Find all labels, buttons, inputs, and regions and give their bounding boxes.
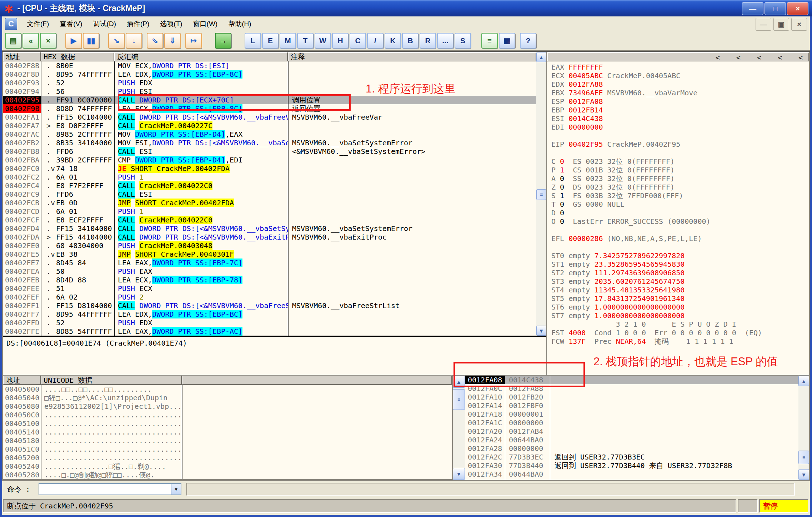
register-line[interactable]: EDI 00000000 [551,123,762,131]
disasm-row[interactable]: 00402FA1.FF15 0C104000CALL DWORD PTR DS:… [3,113,536,121]
stack-row[interactable]: 0012FA1C00000000 [465,418,798,427]
register-line[interactable]: S 1 FS 003B 32位 7FFDF000(FFF) [551,191,762,200]
cpu-window-button[interactable]: C [350,33,366,49]
disasm-row[interactable]: 00402FCF.E8 ECF2FFFFCALL CrackMeP.004022… [3,216,536,224]
step-over-button[interactable]: ↓ [126,33,142,49]
register-line[interactable]: FCW 137F Prec NEAR,64 掩码 1 1 1 1 1 1 [551,337,762,346]
dump-row[interactable]: 00405000....□□..□□....□□......... [3,385,452,393]
stack-row[interactable]: 0012FA0C0012FA88 [465,384,798,393]
scroll-down-arrow-icon[interactable]: ▼ [453,468,465,480]
open-file-button[interactable]: ▤ [5,33,21,49]
disasm-row[interactable]: 00402F8D.8D95 74FFFFFFLEA EDX,DWORD PTR … [3,70,536,79]
disasm-row[interactable]: 00402FC4.E8 F7F2FFFFCALL CrackMeP.004022… [3,181,536,190]
mdi-minimize-button[interactable]: — [756,18,771,31]
disasm-row[interactable]: 00402FFE.8D85 54FFFFFFLEA EAX,DWORD PTR … [3,327,536,336]
scroll-up-arrow-icon[interactable]: ▲ [453,376,465,388]
command-input[interactable] [39,484,171,495]
register-line[interactable] [551,149,762,157]
stack-left-scrollbar[interactable]: ▲ ≡ ▼ [453,376,465,480]
dump-row[interactable]: 00405200................................ [3,453,452,462]
disasm-row[interactable]: 00402FF7.8D95 44FFFFFFLEA EDX,DWORD PTR … [3,310,536,318]
windows-window-button[interactable]: W [315,33,331,49]
breakpoints-window-button[interactable]: B [402,33,418,49]
log-window-button[interactable]: L [245,33,261,49]
cpu-window-icon[interactable]: C [5,18,17,30]
step-into-button[interactable]: ↘ [108,33,125,49]
stack-row[interactable]: 0012FA080014C438 [465,376,798,384]
register-line[interactable]: ST3 empty 2035.6020761245674750 [551,277,762,286]
dump-row[interactable]: 00405240...............□猺..□.剃@.... [3,462,452,471]
memory-window-button[interactable]: M [280,33,296,49]
disasm-row[interactable]: 00402FEE.51PUSH ECX [3,284,536,293]
disasm-row[interactable]: 00402F94.56PUSH ESI [3,87,536,96]
stack-row[interactable]: 0012FA3800000001 [465,478,798,480]
run-button[interactable]: ▶ [65,33,82,49]
handles-window-button[interactable]: H [332,33,349,49]
register-line[interactable]: FST 4000 Cond 1 0 0 0 Err 0 0 0 0 0 0 0 … [551,328,762,337]
register-line[interactable]: P 1 CS 001B 32位 0(FFFFFFFF) [551,166,762,174]
scroll-down-arrow-icon[interactable]: ▼ [536,326,546,336]
disasm-row[interactable]: 00402FE0.68 48304000PUSH CrackMeP.004030… [3,241,536,250]
disasm-row[interactable]: 00402FC2.6A 01PUSH 1 [3,173,536,181]
disasm-row[interactable]: 00402FAC.8985 2CFFFFFFMOV DWORD PTR SS:[… [3,130,536,139]
register-line[interactable]: ESI 0014C438 [551,114,762,123]
register-line[interactable]: ST0 empty 7.3425752709622997820 [551,251,762,260]
menu-item[interactable]: 查看(V) [54,16,87,31]
stack-right-scrollbar[interactable]: ▲ ≡ ▼ [798,376,809,480]
disasm-row[interactable]: 00402FB2.8B35 34104000MOV ESI,DWORD PTR … [3,139,536,147]
register-line[interactable]: O 0 LastErr ERROR_SUCCESS (00000000) [551,217,762,226]
appearance-button[interactable]: ▦ [499,33,515,49]
options-button[interactable]: ≡ [481,33,498,49]
disasm-row[interactable]: 00402F95.FF91 0C070000CALL DWORD PTR DS:… [3,96,536,104]
close-process-button[interactable]: × [40,33,56,49]
scroll-up-arrow-icon[interactable]: ▲ [536,52,546,62]
scroll-thumb[interactable]: ≡ [453,389,465,410]
register-line[interactable]: EBX 73496AEE MSVBVM60.__vbaVarMove [551,89,762,97]
disasm-row[interactable]: 00402FC0.v74 18JE SHORT CrackMeP.00402FD… [3,164,536,173]
dump-row[interactable]: 00405100................................ [3,419,452,428]
disasm-row[interactable]: 00402FFD.52PUSH EDX [3,318,536,327]
disasm-row[interactable]: 00402FDA>FF15 44104000CALL DWORD PTR DS:… [3,233,536,241]
disasm-row[interactable]: 00402F93.52PUSH EDX [3,79,536,87]
register-line[interactable]: C 0 ES 0023 32位 0(FFFFFFFF) [551,157,762,166]
scroll-up-arrow-icon[interactable]: ▲ [798,376,809,386]
register-line[interactable]: ECX 00405ABC CrackMeP.00405ABC [551,71,762,80]
disasm-row[interactable]: 00402FEF.6A 02PUSH 2 [3,293,536,301]
call-stack-window-button[interactable]: K [385,33,401,49]
run-trace-window-button[interactable]: ... [437,33,453,49]
register-line[interactable]: ST5 empty 17.843137254901961340 [551,294,762,303]
dump-row[interactable]: 00405180................................ [3,436,452,445]
disasm-row[interactable]: 00402FEB.8D4D 88LEA ECX,DWORD PTR SS:[EB… [3,276,536,284]
animate-over-button[interactable]: ⇓ [164,33,181,49]
executables-window-button[interactable]: E [262,33,279,49]
register-line[interactable]: ST4 empty 11345.481353325641980 [551,286,762,294]
stack-row[interactable]: 0012FA2C77D3B3EC返回到 USER32.77D3B3EC [465,453,798,461]
threads-window-button[interactable]: T [297,33,314,49]
stack-row[interactable]: 0012FA200012FAB4 [465,427,798,436]
register-line[interactable]: 3 2 1 0 E S P U O Z D I [551,320,762,328]
disasm-row[interactable]: 00402FC9.FFD6CALL ESI [3,190,536,199]
disasm-row[interactable]: 00402FE7.8D45 84LEA EAX,DWORD PTR SS:[EB… [3,258,536,267]
collapse-section-button[interactable]: < [757,54,761,61]
register-line[interactable]: EBP 0012FB14 [551,106,762,114]
stack-row[interactable]: 0012FA1800000001 [465,410,798,418]
stack-row[interactable]: 0012FA2400644BA0 [465,436,798,444]
register-line[interactable]: ESP 0012FA08 [551,97,762,106]
stack-row[interactable]: 0012FA100012FB20 [465,393,798,401]
menu-item[interactable]: 窗口(W) [188,16,223,31]
go-to-user-code-button[interactable]: → [215,33,231,49]
maximize-button[interactable]: □ [765,2,786,15]
stack-row[interactable]: 0012FA140012FBF0 [465,401,798,410]
register-line[interactable] [551,243,762,251]
stack-row[interactable]: 0012FA3077D3B440返回到 USER32.77D3B440 来自 U… [465,461,798,470]
collapse-section-button[interactable]: < [778,54,782,61]
collapse-section-button[interactable]: < [716,54,720,61]
disasm-row[interactable]: 00402FBA.39BD 2CFFFFFFCMP DWORD PTR SS:[… [3,156,536,164]
dropdown-arrow-icon[interactable]: ▼ [171,484,181,495]
restart-button[interactable]: « [22,33,39,49]
disasm-row[interactable]: 00402FE5.vEB 38JMP SHORT CrackMeP.004030… [3,250,536,258]
dump-row[interactable]: 00405040□猺□...□@*\AC:\unzipped\Dupin [3,393,452,402]
close-button[interactable]: × [787,2,808,15]
stack-row[interactable]: 0012FA2800000000 [465,444,798,453]
register-line[interactable]: D 0 [551,209,762,217]
